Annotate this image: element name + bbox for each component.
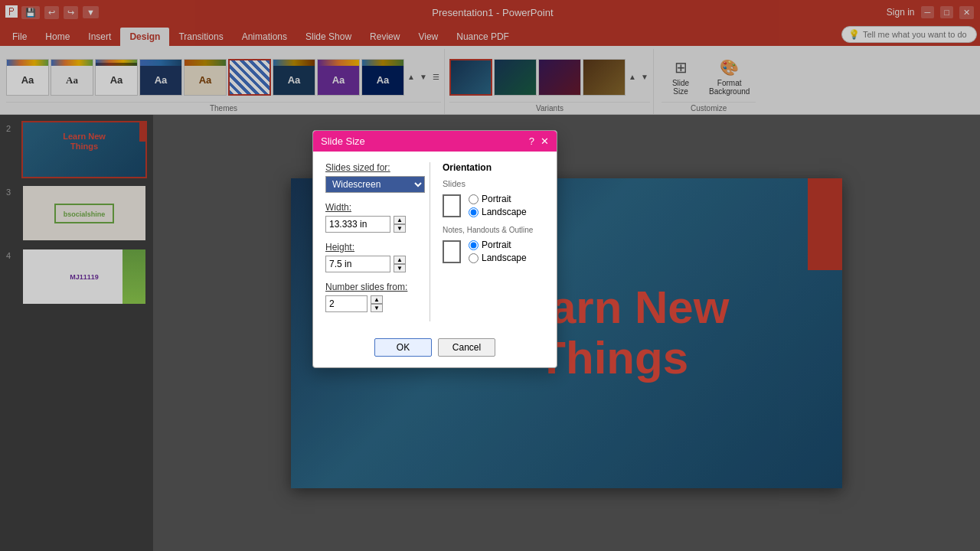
notes-orientation: Notes, Handouts & Outline Portrait <box>443 226 544 266</box>
height-label: Height: <box>325 242 430 253</box>
notes-landscape-row: Landscape <box>469 253 527 263</box>
width-label: Width: <box>325 202 430 213</box>
slide-size-dialog: Slide Size ? ✕ Slides sized for: Widescr… <box>312 130 557 368</box>
slides-landscape-row: Landscape <box>469 207 527 217</box>
slides-portrait-radio-row: Portrait Landscape <box>469 191 527 220</box>
number-slides-down-btn[interactable]: ▼ <box>371 304 383 312</box>
slides-portrait-radio[interactable] <box>469 194 479 204</box>
slides-sized-for-select[interactable]: Widescreen Standard (4:3) Custom Slide S… <box>325 176 425 193</box>
cancel-button[interactable]: Cancel <box>438 338 495 357</box>
slides-sublabel: Slides <box>443 179 544 188</box>
dialog-buttons: OK Cancel <box>313 332 557 367</box>
dialog-left: Slides sized for: Widescreen Standard (4… <box>325 162 430 321</box>
height-section: Height: ▲ ▼ <box>325 242 430 272</box>
slides-sized-for-label: Slides sized for: <box>325 162 430 173</box>
dialog-two-col: Slides sized for: Widescreen Standard (4… <box>325 162 544 321</box>
orientation-title: Orientation <box>443 162 544 173</box>
dialog-title: Slide Size <box>321 135 365 147</box>
slides-sized-for-row: Widescreen Standard (4:3) Custom Slide S… <box>325 176 430 193</box>
notes-portrait-label: Portrait <box>482 240 511 250</box>
notes-portrait-row: Portrait <box>469 240 527 250</box>
dialog-help-icon[interactable]: ? <box>529 135 534 147</box>
notes-landscape-radio[interactable] <box>469 253 479 263</box>
number-slides-input[interactable] <box>325 295 368 312</box>
height-down-btn[interactable]: ▼ <box>394 264 406 272</box>
slides-portrait-row: Portrait <box>469 194 527 204</box>
ok-button[interactable]: OK <box>374 338 432 357</box>
dialog-close-icon[interactable]: ✕ <box>541 135 549 147</box>
dialog-title-bar: Slide Size ? ✕ <box>313 131 557 152</box>
notes-landscape-label: Landscape <box>482 253 527 263</box>
number-slides-up-btn[interactable]: ▲ <box>371 295 383 304</box>
slides-portrait-icon <box>443 194 461 217</box>
orientation-section: Orientation Slides Portrait <box>430 162 544 321</box>
notes-sublabel: Notes, Handouts & Outline <box>443 226 544 234</box>
width-section: Width: ▲ ▼ <box>325 202 430 233</box>
height-input[interactable] <box>325 256 390 272</box>
width-down-btn[interactable]: ▼ <box>394 224 406 233</box>
number-slides-label: Number slides from: <box>325 282 430 292</box>
height-up-btn[interactable]: ▲ <box>394 256 406 264</box>
width-input-row: ▲ ▼ <box>325 216 430 233</box>
slides-landscape-radio[interactable] <box>469 207 479 217</box>
number-slides-spinner: ▲ ▼ <box>371 295 383 312</box>
width-spinner: ▲ ▼ <box>394 216 406 233</box>
slides-orientation: Slides Portrait Landscape <box>443 179 544 220</box>
notes-radio-group: Portrait Landscape <box>469 237 527 266</box>
notes-portrait-radio[interactable] <box>469 240 479 250</box>
dialog-overlay: Slide Size ? ✕ Slides sized for: Widescr… <box>0 0 980 551</box>
width-input[interactable] <box>325 216 390 233</box>
number-slides-section: Number slides from: ▲ ▼ <box>325 282 430 312</box>
width-up-btn[interactable]: ▲ <box>394 216 406 224</box>
slides-sized-for-section: Slides sized for: Widescreen Standard (4… <box>325 162 430 193</box>
dialog-controls: ? ✕ <box>529 135 549 147</box>
dialog-body: Slides sized for: Widescreen Standard (4… <box>313 152 557 332</box>
notes-portrait-icon <box>443 240 461 263</box>
height-spinner: ▲ ▼ <box>394 256 406 272</box>
number-slides-row: ▲ ▼ <box>325 295 430 312</box>
height-input-row: ▲ ▼ <box>325 256 430 272</box>
slides-landscape-label: Landscape <box>482 207 527 217</box>
slides-portrait-label: Portrait <box>482 194 511 204</box>
